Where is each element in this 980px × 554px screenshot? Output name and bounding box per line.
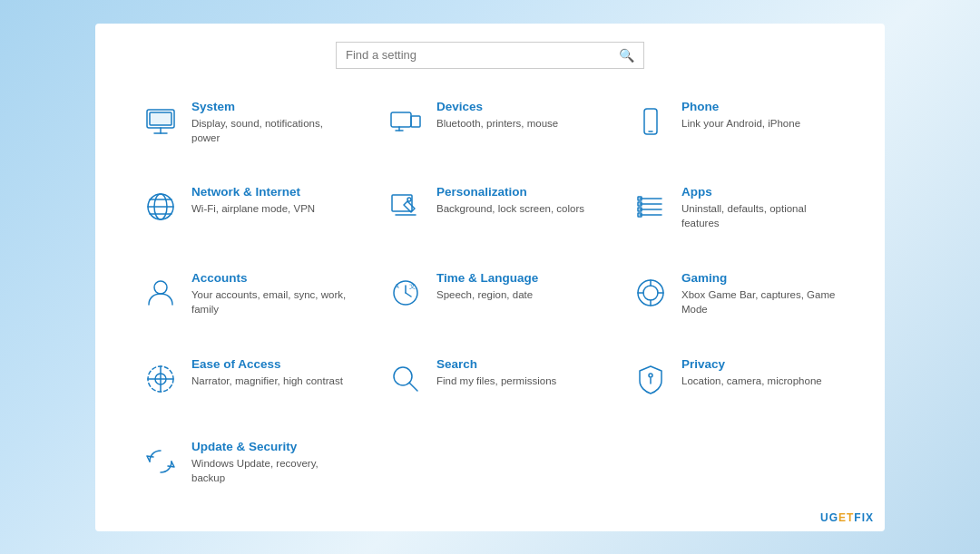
svg-rect-4 [391,112,411,127]
accounts-title: Accounts [191,271,349,285]
personalization-icon [386,187,426,227]
settings-grid: System Display, sound, notifications, po… [122,87,858,513]
privacy-title: Privacy [681,357,822,371]
network-title: Network & Internet [191,185,315,199]
devices-desc: Bluetooth, printers, mouse [436,116,558,131]
svg-point-26 [154,281,167,294]
search-icon [386,359,426,399]
svg-rect-5 [411,116,420,127]
search-desc: Find my files, permissions [436,374,556,388]
svg-line-29 [406,293,411,296]
search-bar[interactable]: 🔍 [336,42,644,69]
settings-item-devices[interactable]: Devices Bluetooth, printers, mouse [368,87,612,173]
ease-icon [141,359,181,399]
update-icon [141,442,181,481]
svg-rect-8 [644,109,657,134]
time-desc: Speech, region, date [436,287,538,302]
svg-point-33 [643,286,658,300]
phone-desc: Link your Android, iPhone [681,116,800,131]
svg-rect-3 [150,112,172,125]
devices-icon [386,102,426,141]
devices-title: Devices [436,100,558,113]
apps-title: Apps [681,185,839,199]
search-title: Search [436,357,556,371]
ease-desc: Narrator, magnifier, high contrast [191,374,343,388]
time-title: Time & Language [436,271,538,285]
apps-desc: Uninstall, defaults, optional features [681,201,839,230]
settings-item-gaming[interactable]: Gaming Xbox Game Bar, captures, Game Mod… [612,258,858,345]
network-icon [141,187,181,227]
gaming-icon [631,273,671,313]
phone-icon [631,102,671,141]
settings-item-apps[interactable]: Apps Uninstall, defaults, optional featu… [612,172,858,258]
accounts-icon [141,273,181,313]
personalization-desc: Background, lock screen, colors [436,201,584,216]
settings-item-phone[interactable]: Phone Link your Android, iPhone [612,87,858,173]
phone-title: Phone [681,100,800,113]
system-desc: Display, sound, notifications, power [191,116,349,145]
settings-item-accounts[interactable]: Accounts Your accounts, email, sync, wor… [122,258,368,345]
privacy-icon [631,359,671,399]
update-desc: Windows Update, recovery, backup [191,456,349,485]
settings-item-search[interactable]: Search Find my files, permissions [368,345,612,427]
settings-item-personalization[interactable]: Personalization Background, lock screen,… [368,172,612,258]
settings-item-ease[interactable]: Ease of Access Narrator, magnifier, high… [122,345,368,427]
svg-point-45 [649,374,652,377]
apps-icon [631,187,671,227]
system-title: System [191,100,349,113]
gaming-desc: Xbox Game Bar, captures, Game Mode [681,287,839,316]
svg-text:A: A [395,283,399,289]
time-icon: A文 [386,273,426,313]
accounts-desc: Your accounts, email, sync, work, family [191,287,349,316]
settings-panel: 🔍 System Display, sound, notifications, … [95,24,885,531]
svg-point-17 [407,198,411,201]
gaming-title: Gaming [681,271,839,285]
settings-item-network[interactable]: Network & Internet Wi-Fi, airplane mode,… [122,172,368,258]
settings-item-system[interactable]: System Display, sound, notifications, po… [122,87,368,173]
settings-item-time[interactable]: A文 Time & Language Speech, region, date [368,258,612,345]
svg-line-43 [409,383,417,391]
svg-text:文: 文 [409,283,416,289]
search-icon: 🔍 [619,48,634,63]
system-icon [141,102,181,141]
personalization-title: Personalization [436,185,584,199]
settings-item-update[interactable]: Update & Security Windows Update, recove… [122,427,368,513]
settings-item-privacy[interactable]: Privacy Location, camera, microphone [612,345,858,427]
update-title: Update & Security [191,440,349,453]
watermark: UGETFIX [820,511,874,524]
ease-title: Ease of Access [191,357,343,371]
privacy-desc: Location, camera, microphone [681,374,822,388]
search-input[interactable] [346,48,619,62]
network-desc: Wi-Fi, airplane mode, VPN [191,201,315,216]
